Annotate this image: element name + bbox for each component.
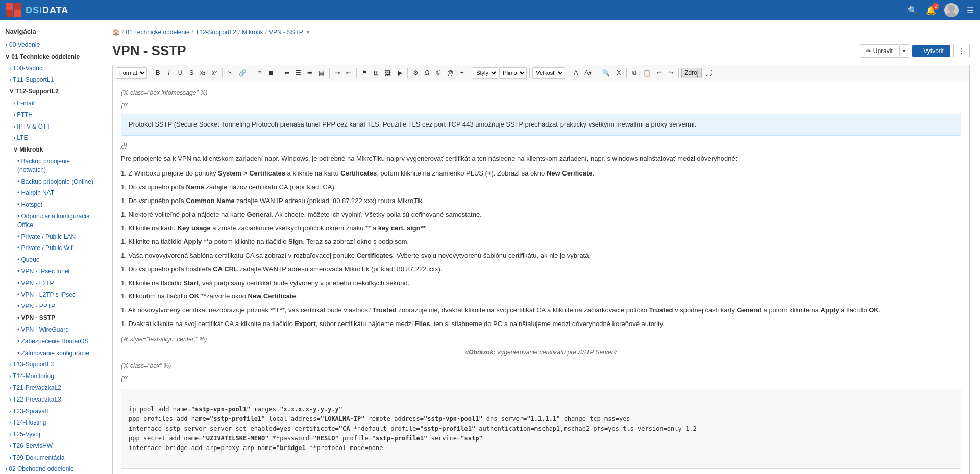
sidebar-item-vpn-sstp[interactable]: • VPN - SSTP [0,312,102,324]
scissors-button[interactable]: ✂ [225,68,235,78]
sidebar-item-vpn-l2tp[interactable]: • VPN - L2TP [0,278,102,289]
sidebar-item-t12[interactable]: ∨ T12-SupportL2 [0,86,102,97]
sidebar-item-queue[interactable]: • Queue [0,254,102,266]
sidebar-item-vpn-wireguard[interactable]: • VPN - WireGuard [0,324,102,336]
sidebar-item-t99[interactable]: › T99-Dokumentácia [0,452,102,464]
sidebar-item-t23[interactable]: › T23-SpravalT [0,406,102,417]
sidebar-item-vpn-l2tp-ipsec[interactable]: • VPN - L2TP s IPsec [0,289,102,301]
breadcrumb-vpn-sstp[interactable]: VPN - SSTP [269,29,303,36]
align-right-button[interactable]: ➡ [305,68,315,78]
table-button[interactable]: ⊞ [371,68,381,78]
highlight-button[interactable]: A▾ [582,68,594,78]
sidebar-item-backup-online[interactable]: • Backup pripojenie (Online) [0,176,102,188]
edit-button[interactable]: ✏ Upraviť [860,44,900,58]
breadcrumb-mikrotik[interactable]: Mikrotik [242,29,263,36]
intro-text: Pre pripojenie sa k VPN na klientskom za… [121,154,961,164]
sidebar-item-lte[interactable]: › LTE [0,132,102,144]
top-header: DSiDATA 🔍 🔔 2 ☰ [0,0,980,20]
edit-dropdown-button[interactable]: ▾ [900,44,909,58]
link-button[interactable]: 🔗 [236,68,249,78]
sidebar-item-vpn-ipsec[interactable]: • VPN - IPsec tunel [0,266,102,278]
at-button[interactable]: @ [445,68,456,78]
step-10: 1. Kliknutím na tlačidlo OK **zatvorte o… [121,291,961,302]
breadcrumb-01-technicke[interactable]: 01 Technicke oddelenie [126,29,189,36]
sidebar-item-t22[interactable]: › T22-PrevadzkaL3 [0,394,102,406]
source-button[interactable]: Zdroj [681,68,701,78]
format-select[interactable]: Formát [116,67,147,79]
copy-button[interactable]: ⧉ [629,68,640,78]
search-icon[interactable]: 🔍 [908,6,918,15]
align-left-button[interactable]: ⬅ [282,68,292,78]
undo-button[interactable]: ↩ [654,68,665,78]
underline-button[interactable]: U [175,68,185,78]
sidebar-item-t24[interactable]: › T24-Hosting [0,417,102,429]
step-9: 1. Kliknite na tlačidlo Start, váš podpí… [121,278,961,289]
paste-button[interactable]: 📋 [641,68,653,78]
flag-button[interactable]: ⚑ [359,68,370,78]
copyright-button[interactable]: © [433,68,444,78]
more-button[interactable]: ⋮ [953,44,970,58]
sidebar-item-t25[interactable]: › T25-Vyvoj [0,429,102,440]
font-color-button[interactable]: A [571,68,581,78]
italic-button[interactable]: I [164,68,174,78]
align-center-button[interactable]: ☰ [293,68,304,78]
superscript-button[interactable]: x² [209,68,219,78]
sidebar-item-ftth[interactable]: › FTTH [0,109,102,121]
sidebar-item-odporucana[interactable]: • Odporúčaná konfigurácia Office [0,211,102,231]
redo-button[interactable]: ↪ [666,68,676,78]
plus-button[interactable]: + [457,68,467,78]
sidebar-item-iptv[interactable]: › IPTV & OTT [0,121,102,133]
sidebar-item-t26[interactable]: › T26-ServisHW [0,440,102,452]
zoom-in-button[interactable]: 🔍 [600,68,612,78]
sidebar-item-zalohovanie[interactable]: • Zálohovanie konfigurácie [0,347,102,359]
media-button[interactable]: ▶ [395,68,405,78]
sidebar-item-hairpin-nat[interactable]: • Hairpin NAT [0,187,102,199]
sidebar-item-private-wifi[interactable]: • Private / Public Wifi [0,242,102,254]
svg-rect-1 [14,3,21,10]
normal-select[interactable]: Plimo [499,67,527,79]
create-button[interactable]: + Vytvoriť [912,45,950,57]
styles-select[interactable]: Štýly [473,67,498,79]
sidebar-item-02[interactable]: › 02 Obchodné oddelenie [0,463,102,474]
sidebar-item-t00[interactable]: › T00-Vaduci [0,63,102,74]
list-ol-button[interactable]: ≡ [255,68,265,78]
sidebar-item-private-lan[interactable]: • Private / Public LAN [0,231,102,243]
menu-icon[interactable]: ☰ [967,6,974,15]
sidebar-item-t14[interactable]: › T14-Monitoring [0,370,102,382]
notification-icon[interactable]: 🔔 2 [926,6,936,15]
sidebar-item-zabezpecenie[interactable]: • Zabezpečenie RouterOS [0,336,102,347]
bold-button[interactable]: B [153,68,163,78]
sidebar-item-hotspot[interactable]: • Hotspot [0,199,102,211]
svg-point-4 [948,5,955,12]
breadcrumb-home[interactable]: 🏠 [112,29,120,36]
list-ul-button[interactable]: ≣ [266,68,276,78]
sidebar-item-t11[interactable]: › T11-SupportL1 [0,74,102,86]
sidebar-item-mikrotik[interactable]: ∨ Mikrotik [0,144,102,156]
sidebar-item-01-technicke[interactable]: ∨ 01 Technicke oddelenie [0,51,102,63]
settings-button[interactable]: ⚙ [410,68,421,78]
subscript-button[interactable]: x₂ [198,68,208,78]
omega-button[interactable]: Ω [422,68,432,78]
sidebar-item-00-vedenie[interactable]: › 00 Vedenie [0,39,102,51]
avatar[interactable] [944,3,959,17]
image-caption: //Obrázok: Vygenerovanie certifikátu pre… [121,347,961,357]
breadcrumb-t12[interactable]: T12-SupportL2 [195,29,236,36]
sidebar-item-email[interactable]: › E-mail [0,97,102,109]
logo: DSiDATA [6,3,68,17]
strikethrough-button[interactable]: S [186,68,197,78]
fullscreen-button[interactable]: ⛶ [703,68,714,78]
size-select[interactable]: Veľkosť [532,67,565,79]
indent-button[interactable]: ⇥ [332,68,342,78]
align-justify-button[interactable]: ▤ [316,68,327,78]
zoom-out-button[interactable]: X [614,68,624,78]
image-button[interactable]: 🖼 [382,68,394,78]
page-title-row: VPN - SSTP ✏ Upraviť ▾ + Vytvoriť ⋮ [112,43,970,59]
sidebar-title: Navigácia [0,24,102,39]
template-line-2: {{{ [121,101,961,111]
sidebar-item-t21[interactable]: › T21-PrevadzkaL2 [0,382,102,394]
outdent-button[interactable]: ⇤ [344,68,354,78]
sidebar-item-t13[interactable]: › T13-SupportL3 [0,359,102,370]
sidebar-item-backup-netwatch[interactable]: • Backup pripojenie (netwatch) [0,156,102,176]
sidebar-item-vpn-pptp[interactable]: • VPN - PPTP [0,301,102,312]
editor-content[interactable]: (% class="box infomessage" %) {{{ Protok… [112,81,970,474]
